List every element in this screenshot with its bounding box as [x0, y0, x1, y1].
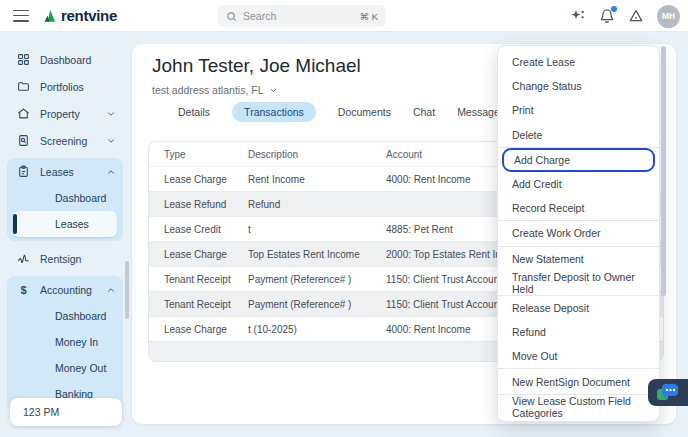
- rentvine-logo[interactable]: rentvine: [42, 7, 117, 24]
- sidebar-group-accounting: $ Accounting Dashboard Money In Money Ou…: [7, 276, 123, 411]
- menu-item-release-deposit[interactable]: Release Deposit: [498, 296, 659, 320]
- cell-description: Top Estates Rent Income: [248, 249, 386, 260]
- menu-item-new-statement[interactable]: New Statement: [498, 247, 659, 271]
- sidebar-scrollbar[interactable]: [125, 261, 129, 319]
- sidebar-item-property[interactable]: Property: [0, 100, 130, 127]
- menu-item-view-lease-custom-field-categories[interactable]: View Lease Custom Field Categories: [498, 395, 659, 419]
- cell-description: Payment (Reference# ): [248, 299, 386, 310]
- chevron-up-icon: [106, 167, 116, 177]
- notification-dot: [611, 6, 617, 12]
- menu-item-refund[interactable]: Refund: [498, 320, 659, 344]
- menu-item-create-work-order[interactable]: Create Work Order: [498, 221, 659, 245]
- logo-text: rentvine: [61, 7, 117, 24]
- cell-type: Lease Credit: [149, 224, 248, 235]
- tab-documents[interactable]: Documents: [338, 106, 391, 118]
- search-shortcut: ⌘ K: [360, 11, 378, 22]
- column-description: Description: [248, 149, 386, 160]
- sidebar-label: Screening: [40, 135, 87, 147]
- cell-description: Refund: [248, 199, 386, 210]
- sidebar-label: Dashboard: [55, 192, 106, 204]
- menu-item-move-out[interactable]: Move Out: [498, 344, 659, 368]
- page-title: John Tester, Joe Michael: [152, 55, 361, 77]
- cell-type: Lease Charge: [149, 249, 248, 260]
- menu-item-change-status[interactable]: Change Status: [498, 74, 659, 98]
- chevron-down-icon: [106, 109, 116, 119]
- menu-item-transfer-deposit[interactable]: Transfer Deposit to Owner Held: [498, 271, 659, 295]
- sidebar-item-screening[interactable]: Screening: [0, 127, 130, 154]
- document-search-icon: [17, 134, 30, 147]
- cell-type: Lease Refund: [149, 199, 248, 210]
- menu-item-add-charge[interactable]: Add Charge: [502, 148, 655, 172]
- sidebar-group-leases: Leases Dashboard Leases: [7, 158, 123, 241]
- menu-item-print[interactable]: Print: [498, 98, 659, 122]
- home-icon: [17, 107, 30, 120]
- content-scrollbar[interactable]: [661, 46, 666, 296]
- chevron-up-icon: [106, 285, 116, 295]
- sidebar-label: Leases: [55, 218, 89, 230]
- sidebar-label: Rentsign: [40, 253, 81, 265]
- tab-transactions[interactable]: Transactions: [232, 102, 316, 122]
- cell-description: t: [248, 224, 386, 235]
- search-icon: [226, 11, 237, 22]
- sidebar-item-accounting[interactable]: $ Accounting: [7, 276, 123, 303]
- sidebar-label: Dashboard: [40, 54, 91, 66]
- cell-description: Payment (Reference# ): [248, 274, 386, 285]
- menu-item-record-receipt[interactable]: Record Receipt: [498, 196, 659, 220]
- tab-chat[interactable]: Chat: [413, 106, 435, 118]
- sidebar-item-dashboard[interactable]: Dashboard: [0, 46, 130, 73]
- sidebar-item-leases-dashboard[interactable]: Dashboard: [13, 185, 117, 211]
- folder-icon: [17, 80, 30, 93]
- chevron-down-icon: [106, 136, 116, 146]
- chevron-down-icon: [269, 86, 278, 95]
- signature-icon: [17, 252, 30, 265]
- sidebar-item-portfolios[interactable]: Portfolios: [0, 73, 130, 100]
- user-avatar[interactable]: MH: [657, 5, 680, 28]
- column-type: Type: [149, 149, 248, 160]
- topbar: rentvine ⌘ K MH: [0, 0, 688, 32]
- hamburger-menu-icon[interactable]: [13, 10, 29, 22]
- topbar-actions: MH: [570, 0, 680, 32]
- chat-bubble-icon: [657, 384, 678, 401]
- alerts-triangle-icon[interactable]: [628, 8, 644, 24]
- sidebar-item-money-in[interactable]: Money In: [13, 329, 117, 355]
- sidebar-label: Property: [40, 108, 80, 120]
- menu-item-add-credit[interactable]: Add Credit: [498, 172, 659, 196]
- sidebar-item-leases[interactable]: Leases: [7, 158, 123, 185]
- cell-type: Lease Charge: [149, 174, 248, 185]
- sidebar-label: Portfolios: [40, 81, 84, 93]
- grid-icon: [17, 53, 30, 66]
- menu-item-new-rentsign-document[interactable]: New RentSign Document: [498, 369, 659, 393]
- tab-details[interactable]: Details: [178, 106, 210, 118]
- search-input[interactable]: [243, 10, 354, 22]
- ai-sparkle-icon[interactable]: [570, 8, 586, 24]
- cell-type: Tenant Receipt: [149, 299, 248, 310]
- global-search[interactable]: ⌘ K: [218, 5, 386, 27]
- sidebar-item-rentsign[interactable]: Rentsign: [0, 245, 130, 272]
- company-switcher[interactable]: 123 PM: [10, 398, 122, 426]
- menu-item-create-lease[interactable]: Create Lease: [498, 50, 659, 74]
- lease-address: test address atlantis, FL: [152, 84, 263, 96]
- cell-description: Rent Income: [248, 174, 386, 185]
- sidebar-item-accounting-dashboard[interactable]: Dashboard: [13, 303, 117, 329]
- dollar-icon: $: [17, 284, 30, 296]
- sidebar-label: Money In: [55, 336, 98, 348]
- lease-actions-menu: Create Lease Change Status Print Delete …: [497, 45, 660, 422]
- sidebar-item-money-out[interactable]: Money Out: [13, 355, 117, 381]
- chat-launcher[interactable]: [648, 379, 688, 406]
- lease-address-selector[interactable]: test address atlantis, FL: [152, 84, 278, 96]
- sidebar-label: Accounting: [40, 284, 92, 296]
- cell-description: t (10-2025): [248, 324, 386, 335]
- sidebar-label: Leases: [40, 166, 74, 178]
- clipboard-icon: [17, 165, 30, 178]
- notifications-bell-icon[interactable]: [599, 8, 615, 24]
- cell-type: Lease Charge: [149, 324, 248, 335]
- cell-type: Tenant Receipt: [149, 274, 248, 285]
- sidebar-item-leases-leases[interactable]: Leases: [13, 211, 117, 237]
- sidebar-label: Dashboard: [55, 310, 106, 322]
- sidebar: Dashboard Portfolios Property Screening …: [0, 32, 130, 437]
- menu-item-delete[interactable]: Delete: [498, 123, 659, 147]
- rentvine-logo-icon: [42, 8, 57, 24]
- sidebar-label: Money Out: [55, 362, 106, 374]
